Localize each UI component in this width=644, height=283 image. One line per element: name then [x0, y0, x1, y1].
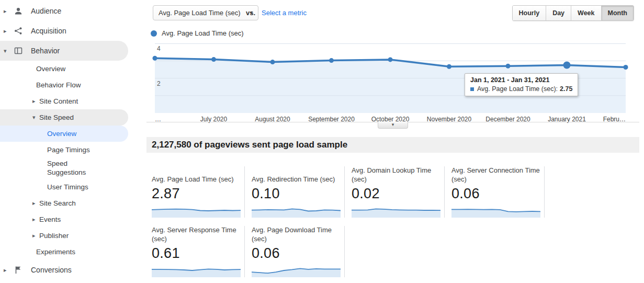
sidebar-item-behavior[interactable]: ▾Behavior: [0, 41, 128, 61]
select-metric-link[interactable]: Select a metric: [262, 9, 307, 17]
sidebar-item-behavior-flow[interactable]: Behavior Flow: [0, 77, 141, 93]
sidebar-item-label: User Timings: [47, 183, 88, 191]
vs-label: vs.: [246, 9, 255, 17]
granularity-hourly-button[interactable]: Hourly: [513, 6, 546, 20]
acquisition-icon: [14, 26, 23, 36]
tooltip-value: 2.75: [560, 85, 572, 93]
metric-card-sparkline: [352, 204, 440, 218]
sidebar-item-label: Experiments: [36, 248, 75, 256]
sidebar-item-publisher[interactable]: ▸Publisher: [0, 228, 141, 244]
sidebar-item-page-timings[interactable]: Page Timings: [0, 142, 141, 158]
report-main: Avg. Page Load Time (sec) ▾ vs. Select a…: [141, 0, 644, 283]
sidebar-item-label: Conversions: [31, 266, 72, 274]
expand-arrow-icon[interactable]: ▸: [4, 267, 11, 274]
metric-card-value: 0.06: [252, 245, 344, 262]
metric-card-label: Avg. Redirection Time (sec): [252, 175, 335, 184]
expand-arrow-icon[interactable]: ▸: [4, 28, 11, 35]
data-point-january-2021[interactable]: [563, 62, 571, 69]
y-axis-tick-label: 4: [157, 45, 161, 52]
sidebar-item-label: Publisher: [39, 232, 69, 240]
metric-card-avg-domain-lookup-time-sec: Avg. Domain Lookup Time (sec)0.02: [352, 166, 445, 218]
data-point-february-2021[interactable]: [624, 65, 628, 70]
granularity-day-button[interactable]: Day: [546, 6, 571, 20]
collapse-arrow-icon[interactable]: ▾: [4, 48, 11, 54]
report-sidebar: ▸Audience▸Acquisition▾BehaviorOverviewBe…: [0, 0, 141, 283]
sidebar-item-user-timings[interactable]: User Timings: [0, 179, 141, 195]
sidebar-item-label: Speed Suggestions: [47, 160, 86, 177]
data-point-july-2020[interactable]: [211, 57, 216, 62]
sidebar-item-label: Behavior Flow: [36, 81, 81, 89]
sidebar-item-site-search[interactable]: ▸Site Search: [0, 195, 141, 211]
data-point-june-2020[interactable]: [153, 56, 157, 61]
metric-cards-row-2: Avg. Server Response Time (sec)0.61Avg. …: [152, 226, 352, 277]
metric-card-sparkline: [152, 204, 241, 218]
legend-dot-icon: [151, 30, 157, 37]
metric-card-sparkline: [152, 264, 241, 277]
tooltip-series-label: Avg. Page Load Time (sec):: [477, 85, 558, 93]
sidebar-item-experiments[interactable]: Experiments: [0, 244, 141, 260]
metric-dropdown[interactable]: Avg. Page Load Time (sec) ▾: [153, 5, 258, 20]
expand-arrow-icon[interactable]: ▸: [32, 216, 39, 223]
expand-arrow-icon[interactable]: ▸: [32, 98, 39, 105]
chart-legend: Avg. Page Load Time (sec): [151, 29, 244, 37]
granularity-week-button[interactable]: Week: [571, 6, 601, 20]
metric-card-sparkline: [451, 204, 540, 218]
sidebar-item-overview[interactable]: Overview: [0, 126, 128, 142]
metric-dropdown-value: Avg. Page Load Time (sec): [159, 9, 241, 17]
collapse-arrow-icon[interactable]: ▾: [32, 114, 39, 121]
sidebar-item-acquisition[interactable]: ▸Acquisition: [0, 21, 141, 41]
metric-cards-row-1: Avg. Page Load Time (sec)2.87Avg. Redire…: [152, 166, 551, 218]
sidebar-item-site-speed[interactable]: ▾Site Speed: [0, 109, 128, 126]
metric-card-value: 0.61: [152, 245, 244, 262]
collapse-chart-tab[interactable]: ▾: [378, 122, 408, 129]
data-point-september-2020[interactable]: [329, 58, 334, 63]
metric-card-avg-server-connection-time-sec: Avg. Server Connection Time (sec)0.06: [451, 166, 545, 218]
metric-card-value: 0.06: [451, 186, 544, 202]
sidebar-item-label: Overview: [47, 130, 76, 138]
sidebar-item-label: Page Timings: [47, 146, 90, 154]
expand-arrow-icon[interactable]: ▸: [4, 8, 11, 15]
sidebar-item-events[interactable]: ▸Events: [0, 211, 141, 228]
data-point-november-2020[interactable]: [447, 64, 451, 69]
tooltip-date-range: Jan 1, 2021 - Jan 31, 2021: [470, 76, 572, 84]
granularity-button-group: HourlyDayWeekMonth: [512, 5, 634, 21]
metric-card-value: 0.10: [252, 186, 344, 202]
sidebar-item-label: Events: [39, 216, 61, 223]
tooltip-series-swatch-icon: [470, 87, 474, 91]
pageviews-sample-banner: 2,127,580 of pageviews sent page load sa…: [146, 137, 639, 153]
sidebar-item-conversions[interactable]: ▸Conversions: [0, 260, 141, 280]
sidebar-item-label: Acquisition: [31, 27, 66, 35]
metric-card-value: 0.02: [352, 186, 444, 202]
metric-card-avg-server-response-time-sec: Avg. Server Response Time (sec)0.61: [152, 226, 245, 277]
metric-card-avg-redirection-time-sec: Avg. Redirection Time (sec)0.10: [252, 166, 345, 218]
chart-tooltip: Jan 1, 2021 - Jan 31, 2021 Avg. Page Loa…: [465, 73, 578, 96]
pageviews-sample-text: 2,127,580 of pageviews sent page load sa…: [152, 140, 347, 150]
data-point-december-2020[interactable]: [506, 64, 511, 69]
metric-card-label: Avg. Server Connection Time (sec): [451, 166, 540, 184]
data-point-august-2020[interactable]: [270, 60, 275, 64]
sidebar-item-label: Site Content: [39, 97, 78, 105]
metric-card-label: Avg. Page Download Time (sec): [252, 226, 340, 244]
sidebar-item-label: Audience: [31, 7, 61, 15]
behavior-icon: [14, 46, 23, 55]
sidebar-item-overview[interactable]: Overview: [0, 61, 141, 77]
sidebar-item-speed-suggestions[interactable]: Speed Suggestions: [0, 158, 141, 179]
metric-card-label: Avg. Server Response Time (sec): [152, 226, 240, 244]
metric-card-sparkline: [252, 204, 341, 218]
data-point-october-2020[interactable]: [388, 57, 393, 62]
metric-card-sparkline: [252, 264, 341, 277]
sidebar-item-site-content[interactable]: ▸Site Content: [0, 93, 141, 109]
chevron-down-icon: ▾: [392, 122, 394, 127]
sidebar-item-label: Overview: [36, 65, 65, 73]
sidebar-item-label: Site Speed: [39, 114, 74, 121]
granularity-month-button[interactable]: Month: [601, 6, 634, 20]
expand-arrow-icon[interactable]: ▸: [32, 200, 39, 207]
y-axis-tick-label: 2: [157, 80, 161, 87]
sidebar-item-label: Site Search: [39, 199, 76, 207]
metric-card-avg-page-load-time-sec: Avg. Page Load Time (sec)2.87: [152, 166, 245, 218]
metric-card-avg-page-download-time-sec: Avg. Page Download Time (sec)0.06: [252, 226, 345, 277]
legend-label: Avg. Page Load Time (sec): [162, 29, 244, 37]
sidebar-item-label: Behavior: [31, 47, 60, 55]
sidebar-item-audience[interactable]: ▸Audience: [0, 1, 141, 21]
expand-arrow-icon[interactable]: ▸: [32, 232, 39, 239]
